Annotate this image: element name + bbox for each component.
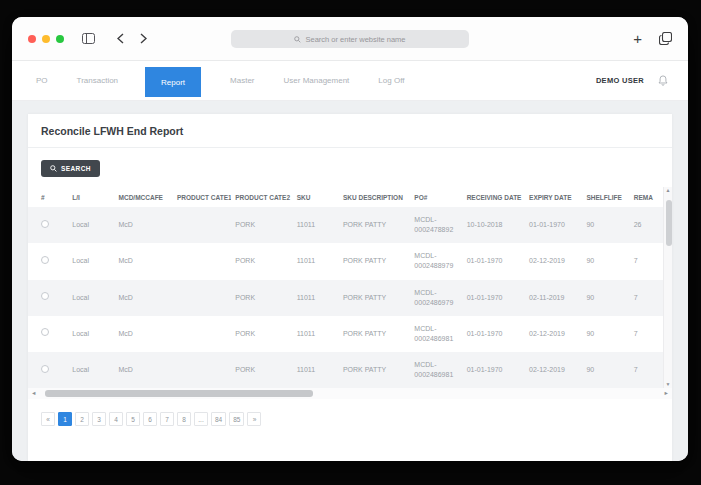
row-radio[interactable] <box>41 256 49 264</box>
horizontal-scrollbar[interactable]: ◄ ► <box>28 388 672 399</box>
minimize-window-button[interactable] <box>42 35 50 43</box>
col-header-product-cate1: PRODUCT CATE1 <box>173 187 231 207</box>
page-title: Reconcile LFWH End Report <box>28 114 672 148</box>
pagination-page-button[interactable]: 84 <box>211 412 226 426</box>
vertical-scrollbar[interactable]: ▲ ▼ <box>663 187 672 388</box>
col-header-remaining: REMA <box>630 187 663 207</box>
cell-po: MCDL-0002486979 <box>410 280 462 316</box>
cell-expiry-date: 02-11-2019 <box>525 280 582 316</box>
cell-receiving-date: 01-01-1970 <box>463 316 525 352</box>
cell-cate1 <box>173 207 231 243</box>
table-row: Local McD PORK 11011 PORK PATTY MCDL-000… <box>28 280 663 316</box>
pagination: « 1 2 3 4 5 6 7 8 ... 84 85 » <box>41 412 659 426</box>
po-line2: 0002488979 <box>414 261 458 271</box>
cell-li: Local <box>68 316 114 352</box>
nav-item-master[interactable]: Master <box>230 61 254 100</box>
scroll-right-icon[interactable]: ► <box>664 391 669 397</box>
pagination-next-button[interactable]: » <box>247 412 261 426</box>
col-header-product-cate2: PRODUCT CATE2 <box>231 187 292 207</box>
col-header-sku-description: SKU DESCRIPTION <box>339 187 410 207</box>
po-line2: 0002486981 <box>414 334 458 344</box>
pagination-prev-button[interactable]: « <box>41 412 55 426</box>
page-body: Reconcile LFWH End Report SEARCH # L/I <box>12 101 688 461</box>
cell-expiry-date: 01-01-1970 <box>525 207 582 243</box>
cell-cate1 <box>173 280 231 316</box>
nav-item-user-management[interactable]: User Management <box>284 61 350 100</box>
scroll-up-icon[interactable]: ▲ <box>666 188 671 193</box>
col-header-li: L/I <box>68 187 114 207</box>
sidebar-toggle-icon[interactable] <box>82 33 95 44</box>
col-header-mcd-mccafe: MCD/MCCAFE <box>115 187 173 207</box>
cell-brand: McD <box>115 352 173 388</box>
cell-po: MCDL-0002486981 <box>410 316 462 352</box>
cell-sku-description: PORK PATTY <box>339 243 410 279</box>
report-card: Reconcile LFWH End Report SEARCH # L/I <box>28 114 672 461</box>
pagination-page-button[interactable]: 1 <box>58 412 72 426</box>
nav-item-po[interactable]: PO <box>36 61 48 100</box>
notification-bell-icon[interactable] <box>658 75 668 86</box>
cell-brand: McD <box>115 207 173 243</box>
cell-shelflife: 90 <box>582 316 629 352</box>
cell-li: Local <box>68 207 114 243</box>
pagination-page-button[interactable]: 5 <box>126 412 140 426</box>
nav-item-report[interactable]: Report <box>145 67 201 97</box>
po-line1: MCDL- <box>414 324 458 334</box>
row-radio[interactable] <box>41 292 49 300</box>
forward-icon[interactable] <box>140 33 147 44</box>
nav-item-log-off[interactable]: Log Off <box>378 61 404 100</box>
cell-sku-description: PORK PATTY <box>339 280 410 316</box>
pagination-page-button[interactable]: 3 <box>92 412 106 426</box>
pagination-page-button[interactable]: 8 <box>177 412 191 426</box>
current-user-label: DEMO USER <box>596 76 644 85</box>
zoom-window-button[interactable] <box>56 35 64 43</box>
cell-expiry-date: 02-12-2019 <box>525 316 582 352</box>
cell-cate2: PORK <box>231 280 292 316</box>
cell-cate1 <box>173 316 231 352</box>
cell-sku-description: PORK PATTY <box>339 352 410 388</box>
pagination-page-button[interactable]: 2 <box>75 412 89 426</box>
pagination-page-button[interactable]: 6 <box>143 412 157 426</box>
cell-sku: 11011 <box>293 207 339 243</box>
table-header-row: # L/I MCD/MCCAFE PRODUCT CATE1 PRODUCT C… <box>28 187 663 207</box>
cell-cate1 <box>173 243 231 279</box>
col-header-index: # <box>28 187 68 207</box>
vertical-scroll-thumb[interactable] <box>666 200 672 246</box>
cell-shelflife: 90 <box>582 243 629 279</box>
cell-receiving-date: 01-01-1970 <box>463 280 525 316</box>
pagination-page-button[interactable]: 7 <box>160 412 174 426</box>
cell-li: Local <box>68 352 114 388</box>
address-bar[interactable]: Search or enter website name <box>231 30 469 48</box>
po-line1: MCDL- <box>414 360 458 370</box>
col-header-expiry-date: EXPIRY DATE <box>525 187 582 207</box>
po-line2: 0002486981 <box>414 370 458 380</box>
scroll-left-icon[interactable]: ◄ <box>31 391 36 397</box>
row-radio[interactable] <box>41 220 49 228</box>
pagination-page-button[interactable]: 4 <box>109 412 123 426</box>
pagination-page-button[interactable]: 85 <box>229 412 244 426</box>
scroll-down-icon[interactable]: ▼ <box>666 382 671 387</box>
cell-remaining: 7 <box>630 280 663 316</box>
horizontal-scroll-track[interactable] <box>38 390 661 397</box>
search-button[interactable]: SEARCH <box>41 160 100 177</box>
back-icon[interactable] <box>117 33 124 44</box>
browser-window: Search or enter website name + PO Transa… <box>12 17 688 461</box>
row-radio[interactable] <box>41 365 49 373</box>
cell-sku: 11011 <box>293 243 339 279</box>
cell-cate2: PORK <box>231 207 292 243</box>
cell-cate2: PORK <box>231 316 292 352</box>
table-row: Local McD PORK 11011 PORK PATTY MCDL-000… <box>28 316 663 352</box>
close-window-button[interactable] <box>28 35 36 43</box>
nav-item-transaction[interactable]: Transaction <box>77 61 119 100</box>
cell-remaining: 26 <box>630 207 663 243</box>
tab-overview-icon[interactable] <box>659 32 672 45</box>
cell-sku: 11011 <box>293 280 339 316</box>
row-radio[interactable] <box>41 328 49 336</box>
horizontal-scroll-thumb[interactable] <box>45 390 313 397</box>
pagination-ellipsis[interactable]: ... <box>194 412 208 426</box>
po-line1: MCDL- <box>414 215 458 225</box>
cell-sku: 11011 <box>293 316 339 352</box>
cell-receiving-date: 10-10-2018 <box>463 207 525 243</box>
new-tab-icon[interactable]: + <box>633 31 642 46</box>
col-header-sku: SKU <box>293 187 339 207</box>
cell-sku-description: PORK PATTY <box>339 316 410 352</box>
